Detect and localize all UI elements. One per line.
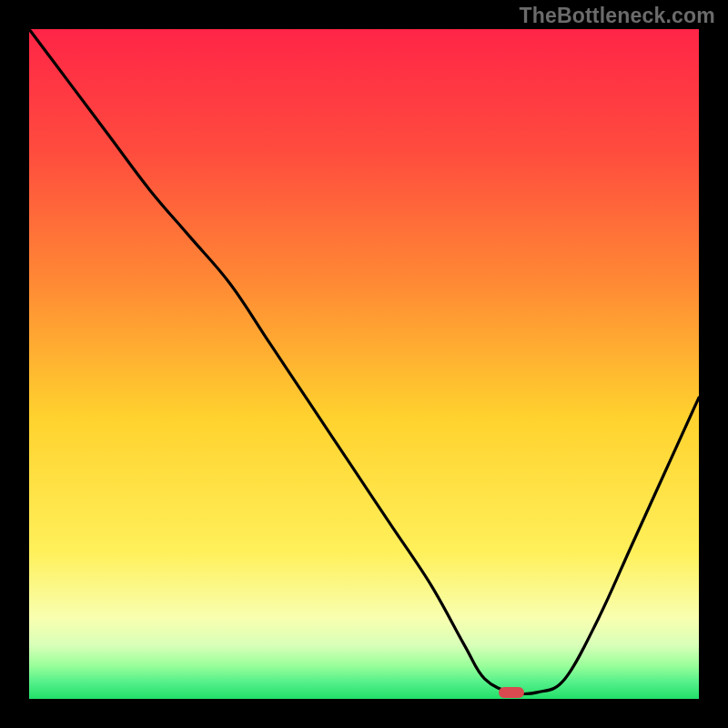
svg-rect-0: [29, 29, 699, 699]
watermark-text: TheBottleneck.com: [519, 4, 715, 28]
heatmap-gradient: [29, 29, 699, 699]
chart-frame: TheBottleneck.com: [0, 0, 728, 728]
